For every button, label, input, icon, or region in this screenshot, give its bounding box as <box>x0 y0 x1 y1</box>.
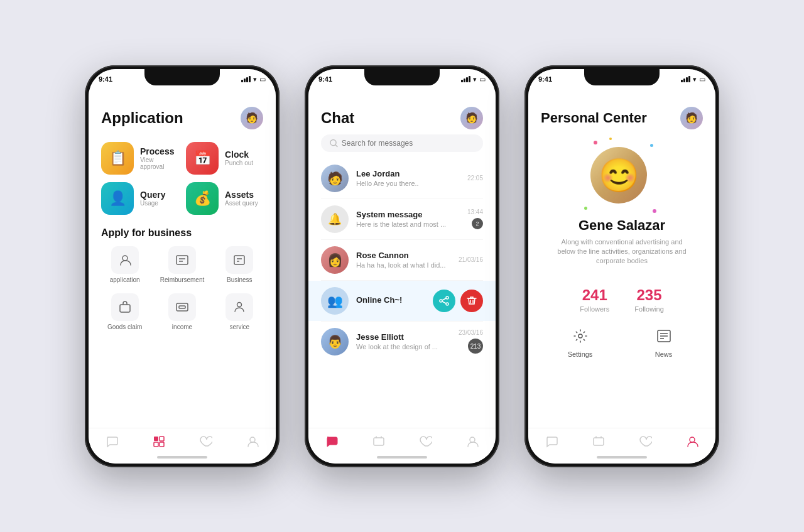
biz-reimbursement-icon <box>168 246 196 274</box>
chat-content-online: Online Ch~! <box>356 295 425 306</box>
process-item[interactable]: 📋 Process View approval <box>101 142 178 175</box>
biz-goods-claim[interactable]: Goods claim <box>99 293 151 330</box>
following-count: 235 <box>637 286 662 304</box>
query-name: Query <box>140 190 165 200</box>
app-title: Application <box>101 109 183 127</box>
nav-apps-3[interactable] <box>592 435 606 448</box>
battery-icon-2: ▭ <box>479 75 486 84</box>
svg-point-24 <box>579 334 582 338</box>
personal-header: Personal Center 🧑 <box>528 97 715 134</box>
biz-income-label: income <box>172 323 192 330</box>
svg-rect-11 <box>154 437 158 441</box>
home-indicator-3 <box>528 451 715 464</box>
biz-income[interactable]: income <box>156 293 208 330</box>
chat-item-system[interactable]: 🔔 System message Here is the latest and … <box>308 199 496 239</box>
battery-icon-3: ▭ <box>699 75 705 84</box>
svg-rect-4 <box>234 256 244 264</box>
stats-row: 241 Followers 235 Following <box>528 276 715 323</box>
chat-name-system: System message <box>356 210 460 219</box>
wifi-icon-2: ▾ <box>473 75 477 84</box>
nav-apps-2[interactable] <box>372 435 386 448</box>
chat-title: Chat <box>321 109 354 127</box>
svg-rect-14 <box>160 442 164 447</box>
section-title: Apply for business <box>89 222 276 241</box>
nav-chat-2[interactable] <box>325 435 339 448</box>
clock-item[interactable]: 📅 Clock Punch out <box>186 142 263 175</box>
personal-screen: Personal Center 🧑 <box>528 97 715 451</box>
query-icon: 👤 <box>101 182 134 215</box>
chat-item-online[interactable]: 👥 Online Ch~! <box>308 281 496 321</box>
chat-item-lee[interactable]: 🧑 Lee Jordan Hello Are you there.. 22:05 <box>308 158 496 198</box>
personal-avatar-header[interactable]: 🧑 <box>680 107 703 129</box>
phone-personal: 9:41 ▾ ▭ Personal Center 🧑 <box>524 65 719 467</box>
biz-application[interactable]: application <box>99 246 151 283</box>
avatar[interactable]: 🧑 <box>241 107 263 129</box>
chat-badge-system: 2 <box>472 218 483 229</box>
personal-title: Personal Center <box>541 110 647 126</box>
followers-stat: 241 Followers <box>580 286 609 313</box>
news-icon <box>656 328 672 348</box>
news-item[interactable]: News <box>624 328 703 358</box>
biz-application-label: application <box>110 276 140 283</box>
nav-profile-3[interactable] <box>685 435 699 448</box>
business-grid-top: application Reimbursement <box>89 241 276 288</box>
delete-button[interactable] <box>460 290 483 312</box>
nav-profile-2[interactable] <box>465 435 479 448</box>
status-icons-1: ▾ ▭ <box>241 75 266 84</box>
chat-avatar-header[interactable]: 🧑 <box>460 107 483 129</box>
biz-reimbursement[interactable]: Reimbursement <box>156 246 208 283</box>
bottom-nav-3 <box>528 428 715 451</box>
nav-heart-2[interactable] <box>418 435 432 448</box>
biz-income-icon <box>168 293 196 321</box>
nav-heart-1[interactable] <box>198 435 212 448</box>
biz-business[interactable]: Business <box>214 246 266 283</box>
status-icons-3: ▾ ▭ <box>681 75 705 84</box>
bottom-nav-1 <box>89 428 276 451</box>
nav-profile-1[interactable] <box>246 435 259 448</box>
nav-chat-3[interactable] <box>545 435 558 448</box>
followers-count: 241 <box>582 286 607 304</box>
following-label: Following <box>634 305 663 313</box>
chat-avatar-rose: 👩 <box>321 246 349 274</box>
clock-icon: 📅 <box>186 142 219 175</box>
svg-point-0 <box>122 256 128 261</box>
chat-meta-jesse: 23/03/16 213 <box>459 329 483 354</box>
query-item[interactable]: 👤 Query Usage <box>101 182 178 215</box>
nav-apps-1[interactable] <box>152 435 166 448</box>
chat-content-rose: Rose Cannon Ha ha ha, look at what I did… <box>356 251 451 269</box>
biz-service[interactable]: service <box>214 293 266 330</box>
followers-label: Followers <box>580 305 609 313</box>
chat-item-jesse[interactable]: 👨 Jesse Elliott We look at the design of… <box>308 322 496 362</box>
bottom-nav-2 <box>308 428 496 451</box>
process-icon: 📋 <box>101 142 134 175</box>
profile-bio: Along with conventional advertising and … <box>553 237 691 266</box>
chat-avatar-system: 🔔 <box>321 205 349 233</box>
clock-name: Clock <box>225 149 253 160</box>
time-3: 9:41 <box>538 75 552 83</box>
home-indicator-1 <box>89 451 276 464</box>
svg-point-10 <box>237 302 242 307</box>
search-input[interactable] <box>342 139 474 148</box>
chat-content-system: System message Here is the latest and mo… <box>356 210 460 228</box>
status-bar-1: 9:41 ▾ ▭ <box>89 69 276 97</box>
nav-chat-1[interactable] <box>105 435 119 448</box>
chat-item-rose[interactable]: 👩 Rose Cannon Ha ha ha, look at what I d… <box>308 240 496 280</box>
share-button[interactable] <box>433 290 455 312</box>
assets-item[interactable]: 💰 Assets Asset query <box>186 182 263 215</box>
assets-icon: 💰 <box>186 182 219 215</box>
profile-section: 😊 Gene Salazar Along with conventional a… <box>528 134 715 276</box>
chat-meta-lee: 22:05 <box>467 175 483 182</box>
business-grid-bottom: Goods claim income <box>89 288 276 335</box>
svg-point-30 <box>690 437 695 442</box>
chat-meta-system: 13:44 2 <box>467 209 483 229</box>
svg-rect-22 <box>374 438 384 445</box>
chat-preview-rose: Ha ha ha, look at what I did... <box>356 261 451 269</box>
status-bar-3: 9:41 ▾ ▭ <box>528 69 715 97</box>
chat-list: 🧑 Lee Jordan Hello Are you there.. 22:05… <box>308 158 496 428</box>
wifi-icon-3: ▾ <box>693 75 697 84</box>
nav-heart-3[interactable] <box>638 435 652 448</box>
profile-avatar-container: 😊 <box>590 147 653 210</box>
search-bar[interactable] <box>321 134 483 152</box>
settings-item[interactable]: Settings <box>541 328 619 358</box>
profile-avatar: 😊 <box>590 147 647 204</box>
